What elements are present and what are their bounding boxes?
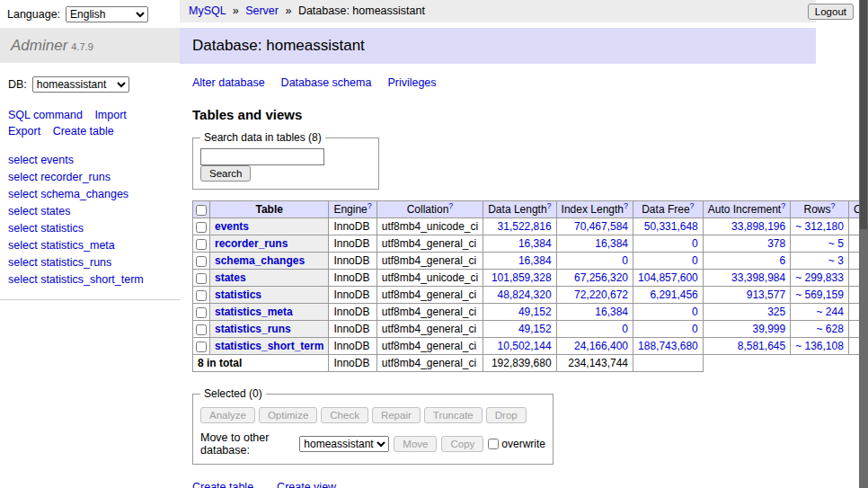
data-free-link[interactable]: 0 [692, 323, 698, 335]
selected-action-truncate[interactable]: Truncate [424, 407, 483, 423]
privileges-link[interactable]: Privileges [387, 76, 436, 89]
move-button[interactable]: Move [394, 436, 437, 452]
search-legend: Search data in tables (8) [200, 131, 325, 144]
move-row: Move to other database: homeassistant Mo… [200, 431, 545, 457]
row-checkbox[interactable] [196, 273, 207, 284]
data-free-link[interactable]: 188,743,680 [638, 340, 698, 352]
search-input[interactable] [200, 148, 324, 165]
row-checkbox[interactable] [196, 256, 207, 267]
auto-increment-link[interactable]: 8,581,645 [738, 340, 785, 352]
help-link[interactable]: ? [547, 201, 552, 210]
sidebar-link-select-statistics-runs[interactable]: select statistics_runs [8, 254, 172, 271]
column-header-data-length: Data Length? [483, 201, 556, 218]
data-free-cell: 0 [633, 235, 704, 253]
index-length-link[interactable]: 16,384 [595, 306, 628, 318]
import-link[interactable]: Import [94, 109, 126, 121]
data-length-link[interactable]: 49,152 [518, 306, 552, 318]
auto-increment-link[interactable]: 33,898,196 [731, 220, 785, 233]
breadcrumb-mysql-link[interactable]: MySQL [189, 4, 226, 17]
selected-action-drop[interactable]: Drop [486, 407, 527, 423]
sql-command-link[interactable]: SQL command [8, 109, 83, 121]
selected-action-analyze[interactable]: Analyze [200, 407, 255, 423]
export-link[interactable]: Export [8, 125, 40, 138]
help-link[interactable]: ? [781, 201, 785, 210]
language-select[interactable]: English [66, 6, 148, 22]
breadcrumb-server-link[interactable]: Server [245, 4, 279, 17]
create-view-link[interactable]: Create view [277, 481, 336, 488]
table-name-link[interactable]: statistics [215, 288, 261, 301]
table-name-link[interactable]: recorder_runs [215, 237, 288, 250]
help-link[interactable]: ? [624, 201, 628, 210]
data-length-link[interactable]: 31,522,816 [498, 220, 552, 233]
row-checkbox[interactable] [196, 342, 207, 352]
auto-increment-link[interactable]: 39,999 [752, 323, 785, 335]
row-checkbox[interactable] [196, 290, 207, 301]
data-free-link[interactable]: 0 [692, 237, 698, 250]
search-button[interactable]: Search [200, 165, 251, 182]
sidebar-link-select-statistics[interactable]: select statistics [8, 220, 172, 237]
data-length-link[interactable]: 16,384 [518, 254, 552, 267]
database-schema-link[interactable]: Database schema [281, 76, 372, 89]
alter-database-link[interactable]: Alter database [192, 76, 265, 89]
data-free-link[interactable]: 0 [692, 306, 698, 318]
table-name-link[interactable]: statistics_runs [215, 323, 291, 335]
sidebar-table-links: select eventsselect recorder_runsselect … [0, 141, 180, 300]
table-name-cell: recorder_runs [210, 235, 329, 253]
data-free-link[interactable]: 0 [692, 254, 698, 267]
row-checkbox[interactable] [196, 307, 207, 318]
index-length-link[interactable]: 67,256,320 [574, 271, 628, 284]
data-free-link[interactable]: 50,331,648 [644, 220, 698, 233]
row-checkbox[interactable] [196, 222, 207, 233]
logout-button[interactable]: Logout [808, 4, 854, 20]
table-name-link[interactable]: states [215, 271, 246, 284]
move-db-select[interactable]: homeassistant [299, 436, 389, 452]
sidebar-link-select-statistics-meta[interactable]: select statistics_meta [8, 237, 172, 254]
create-links: Create table Create view [192, 481, 816, 488]
data-free-link[interactable]: 104,857,600 [638, 271, 698, 284]
auto-increment-link[interactable]: 6 [779, 254, 785, 267]
auto-increment-link[interactable]: 325 [767, 306, 785, 318]
index-length-link[interactable]: 24,166,400 [574, 340, 628, 352]
table-name-link[interactable]: statistics_meta [215, 306, 293, 318]
help-link[interactable]: ? [448, 201, 453, 210]
selected-action-repair[interactable]: Repair [372, 407, 421, 423]
index-length-link[interactable]: 70,467,584 [574, 220, 628, 233]
table-name-link[interactable]: schema_changes [215, 254, 305, 267]
auto-increment-link[interactable]: 913,577 [747, 288, 785, 301]
data-length-link[interactable]: 48,824,320 [498, 288, 552, 301]
data-length-link[interactable]: 49,152 [518, 323, 552, 335]
vertical-scrollbar[interactable] [859, 0, 868, 488]
row-checkbox-cell [193, 235, 210, 253]
create-table-link[interactable]: Create table [192, 481, 253, 488]
scrollbar-thumb[interactable] [860, 0, 867, 229]
table-name-link[interactable]: events [215, 220, 249, 233]
data-length-link[interactable]: 10,502,144 [498, 340, 552, 352]
index-length-link[interactable]: 0 [622, 254, 628, 267]
help-link[interactable]: ? [690, 201, 695, 210]
auto-increment-link[interactable]: 33,398,984 [731, 271, 785, 284]
select-all-checkbox[interactable] [196, 205, 207, 216]
create-table-link-sidebar[interactable]: Create table [53, 125, 114, 138]
row-checkbox[interactable] [196, 324, 207, 335]
row-checkbox[interactable] [196, 239, 207, 250]
overwrite-checkbox[interactable] [488, 439, 499, 449]
sidebar-link-select-statistics-short-term[interactable]: select statistics_short_term [8, 271, 172, 288]
data-length-link[interactable]: 16,384 [518, 237, 552, 250]
copy-button[interactable]: Copy [441, 436, 483, 452]
data-free-link[interactable]: 6,291,456 [650, 288, 697, 301]
index-length-link[interactable]: 16,384 [595, 237, 628, 250]
sidebar-link-select-states[interactable]: select states [8, 203, 172, 220]
auto-increment-link[interactable]: 378 [767, 237, 785, 250]
sidebar-link-select-events[interactable]: select events [8, 152, 172, 169]
help-link[interactable]: ? [368, 201, 372, 210]
table-row-statistics-meta: statistics_metaInnoDButf8mb4_general_ci4… [193, 304, 868, 321]
table-name-link[interactable]: statistics_short_term [215, 340, 323, 352]
index-length-link[interactable]: 0 [622, 323, 628, 335]
data-length-link[interactable]: 101,859,328 [492, 271, 552, 284]
sidebar-link-select-recorder-runs[interactable]: select recorder_runs [8, 169, 172, 186]
index-length-link[interactable]: 72,220,672 [574, 288, 628, 301]
selected-action-check[interactable]: Check [321, 407, 368, 423]
selected-action-optimize[interactable]: Optimize [259, 407, 317, 423]
sidebar-link-select-schema-changes[interactable]: select schema_changes [8, 186, 172, 203]
db-select[interactable]: homeassistant [32, 76, 129, 93]
